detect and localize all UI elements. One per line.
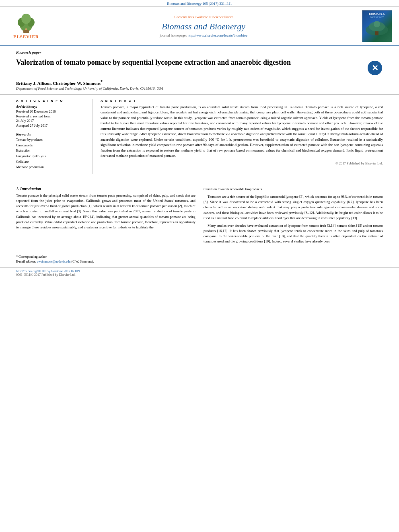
copyright: © 2017 Published by Elsevier Ltd. <box>101 161 383 165</box>
authors: Brittany J. Allison, Christopher W. Simm… <box>16 79 383 86</box>
authors-section: Brittany J. Allison, Christopher W. Simm… <box>0 77 399 91</box>
footnote-area: * Corresponding author. E-mail address: … <box>0 252 399 266</box>
revised-date: 24 July 2017 <box>16 119 86 123</box>
article-info-col: A R T I C L E I N F O Article history: R… <box>16 99 93 174</box>
journal-name: Biomass and Bioenergy <box>162 21 245 32</box>
crossmark-badge[interactable]: ✕ <box>367 60 383 76</box>
journal-header: ELSEVIER Contents lists available at Sci… <box>0 7 399 46</box>
keywords-heading: Keywords: <box>16 132 86 136</box>
intro-heading: 1. Introduction <box>16 187 195 191</box>
crossmark-circle: ✕ <box>368 61 382 75</box>
svg-point-10 <box>374 21 380 27</box>
keyword-2: Carotenoids <box>16 143 86 148</box>
email-address[interactable]: cwsimmons@ucdavis.edu <box>37 260 71 263</box>
history-heading: Article history: <box>16 105 86 109</box>
journal-title-area: Contents lists available at ScienceDirec… <box>48 10 359 42</box>
abstract-col: A B S T R A C T Tomato pomace, a major b… <box>101 99 383 174</box>
article-title: Valorization of tomato pomace by sequent… <box>16 58 363 67</box>
intro-para-3: Many studies over decades have evaluated… <box>204 223 383 244</box>
svg-rect-9 <box>375 31 378 35</box>
keyword-1: Tomato byproducts <box>16 137 86 143</box>
doi-link[interactable]: http://dx.doi.org/10.1016/j.biombioe.201… <box>16 269 383 273</box>
corresponding-note: * Corresponding author. <box>16 255 383 259</box>
corresponding-asterisk: * <box>101 79 103 84</box>
received-date: Received 20 December 2016 <box>16 109 86 114</box>
journal-homepage: journal homepage: http://www.elsevier.co… <box>160 33 247 37</box>
journal-citation-bar: Biomass and Bioenergy 105 (2017) 331–341 <box>0 0 399 7</box>
abstract-text: Tomato pomace, a major byproduct of toma… <box>101 105 383 159</box>
accepted-date: Accepted 27 July 2017 <box>16 123 86 128</box>
article-type: Research paper <box>0 46 399 56</box>
journal-homepage-link[interactable]: http://www.elsevier.com/locate/biombioe <box>188 33 247 37</box>
email-suffix: (C.W. Simmons). <box>72 260 94 263</box>
email-label: E-mail address: <box>16 260 37 263</box>
elsevier-logo-area: ELSEVIER <box>4 10 48 42</box>
keyword-4: Enzymatic hydrolysis <box>16 154 86 159</box>
affiliation: Department of Food Science and Technolog… <box>16 86 383 90</box>
intro-body-left: Tomato pomace is the principal solid was… <box>16 193 195 230</box>
keyword-5: Cellulase <box>16 159 86 165</box>
crossmark-icon: ✕ <box>372 63 378 73</box>
body-col-right: transition towards renewable bioproducts… <box>204 187 383 247</box>
svg-point-4 <box>21 14 31 24</box>
body-section: 1. Introduction Tomato pomace is the pri… <box>0 183 399 250</box>
bottom-bar: http://dx.doi.org/10.1016/j.biombioe.201… <box>0 267 399 278</box>
elsevier-logo: ELSEVIER <box>12 13 40 39</box>
asterisk-label: * Corresponding author. <box>16 255 47 259</box>
keyword-3: Extraction <box>16 148 86 154</box>
elsevier-tree-icon <box>12 13 40 33</box>
keyword-6: Methane production <box>16 164 86 170</box>
sciencedirect-brand[interactable]: ScienceDirect <box>212 15 232 19</box>
keywords-list: Tomato byproducts Carotenoids Extraction… <box>16 137 86 170</box>
sciencedirect-link: Contents lists available at ScienceDirec… <box>175 15 233 19</box>
email-note: E-mail address: cwsimmons@ucdavis.edu (C… <box>16 259 383 264</box>
section-divider <box>16 180 383 180</box>
page: Biomass and Bioenergy 105 (2017) 331–341… <box>0 0 399 532</box>
journal-cover-image: BIOMASS & BIOENERGY <box>362 10 392 42</box>
svg-rect-6 <box>23 30 29 33</box>
revised-label: Received in revised form <box>16 114 86 119</box>
article-info-label: A R T I C L E I N F O <box>16 99 86 103</box>
article-history: Article history: Received 20 December 20… <box>16 105 86 129</box>
journal-citation: Biomass and Bioenergy 105 (2017) 331–341 <box>167 2 232 6</box>
cover-illustration <box>364 18 390 37</box>
intro-para-1: Tomato pomace is the principal solid was… <box>16 193 195 230</box>
body-col-left: 1. Introduction Tomato pomace is the pri… <box>16 187 195 247</box>
cover-title1: BIOMASS & <box>369 12 385 16</box>
intro-para-2: Tomatoes are a rich source of the lipoph… <box>204 194 383 221</box>
article-info-abstract: A R T I C L E I N F O Article history: R… <box>0 94 399 177</box>
keywords-block: Keywords: Tomato byproducts Carotenoids … <box>16 132 86 170</box>
intro-body-right: transition towards renewable bioproducts… <box>204 187 383 244</box>
article-title-section: Valorization of tomato pomace by sequent… <box>0 56 399 77</box>
intro-para-cont: transition towards renewable bioproducts… <box>204 187 383 192</box>
authors-text: Brittany J. Allison, Christopher W. Simm… <box>16 81 101 86</box>
abstract-label: A B S T R A C T <box>101 99 383 103</box>
journal-cover-area: BIOMASS & BIOENERGY <box>359 10 395 42</box>
elsevier-label: ELSEVIER <box>13 34 39 39</box>
issn-text: 0961-9534/© 2017 Published by Elsevier L… <box>16 273 383 277</box>
